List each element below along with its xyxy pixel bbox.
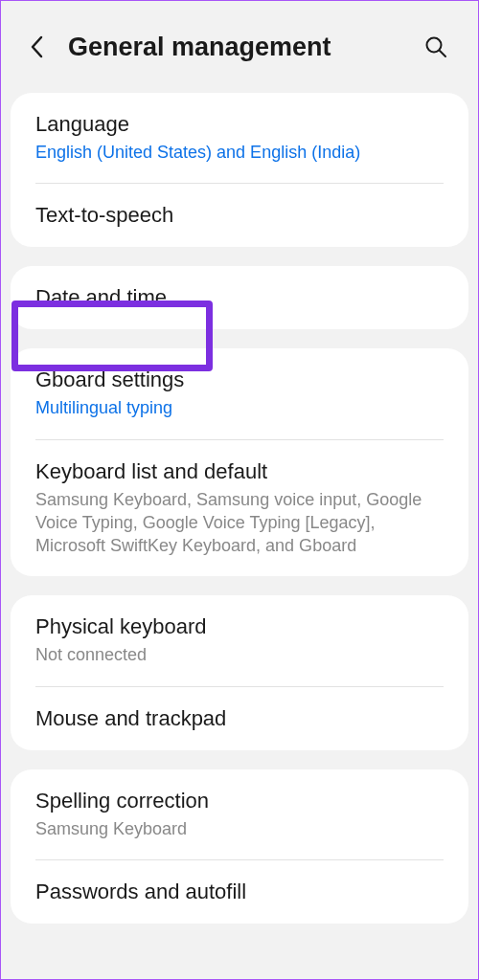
item-title: Passwords and autofill [35, 880, 444, 904]
settings-item-language[interactable]: Language English (United States) and Eng… [11, 93, 468, 183]
settings-group: Date and time [11, 266, 468, 329]
settings-item-date-time[interactable]: Date and time [11, 266, 468, 329]
settings-group: Physical keyboard Not connected Mouse an… [11, 595, 468, 749]
item-title: Physical keyboard [35, 614, 444, 639]
svg-line-1 [440, 51, 445, 56]
item-title: Language [35, 112, 444, 137]
item-subtitle: English (United States) and English (Ind… [35, 141, 444, 164]
settings-group: Spelling correction Samsung Keyboard Pas… [11, 769, 468, 924]
settings-item-gboard[interactable]: Gboard settings Multilingual typing [11, 348, 468, 438]
header: General management [1, 1, 478, 93]
settings-item-passwords[interactable]: Passwords and autofill [11, 860, 468, 924]
page-title: General management [68, 33, 403, 62]
settings-item-spelling[interactable]: Spelling correction Samsung Keyboard [11, 769, 468, 859]
item-title: Spelling correction [35, 789, 444, 813]
item-subtitle: Not connected [35, 643, 444, 666]
back-button[interactable] [24, 33, 51, 60]
settings-item-physical-keyboard[interactable]: Physical keyboard Not connected [11, 595, 468, 685]
item-title: Gboard settings [35, 368, 444, 392]
settings-group: Language English (United States) and Eng… [11, 93, 468, 247]
settings-item-mouse-trackpad[interactable]: Mouse and trackpad [11, 687, 468, 750]
search-button[interactable] [421, 32, 451, 62]
settings-item-keyboard-list[interactable]: Keyboard list and default Samsung Keyboa… [11, 440, 468, 577]
item-title: Text-to-speech [35, 203, 444, 228]
item-title: Mouse and trackpad [35, 706, 444, 731]
item-subtitle: Samsung Keyboard [35, 817, 444, 840]
settings-item-tts[interactable]: Text-to-speech [11, 184, 468, 247]
item-subtitle: Samsung Keyboard, Samsung voice input, G… [35, 488, 444, 558]
search-icon [424, 35, 447, 58]
settings-group: Gboard settings Multilingual typing Keyb… [11, 348, 468, 576]
svg-point-0 [427, 38, 442, 53]
item-title: Date and time [35, 285, 444, 310]
chevron-left-icon [29, 34, 46, 59]
item-title: Keyboard list and default [35, 459, 444, 484]
item-subtitle: Multilingual typing [35, 396, 444, 419]
